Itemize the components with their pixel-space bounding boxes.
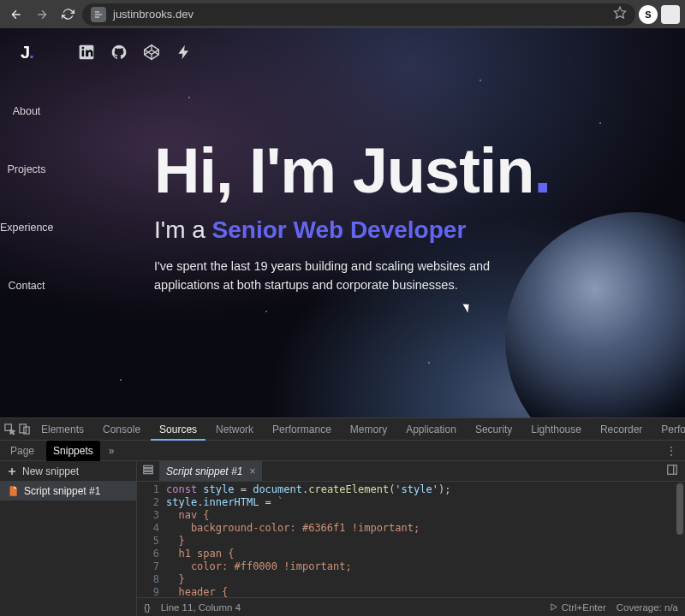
address-bar[interactable]: justinbrooks.dev	[82, 3, 635, 26]
braces-icon[interactable]: {}	[144, 602, 151, 613]
run-shortcut-label: Ctrl+Enter	[562, 602, 606, 613]
line-gutter: 12345678910111213	[137, 482, 166, 597]
svg-marker-0	[614, 7, 625, 18]
sources-subtabs: Page Snippets » ⋮	[0, 441, 685, 461]
tab-performance-insights[interactable]: Performance insights	[652, 418, 685, 441]
snippet-item-label: Script snippet #1	[24, 485, 100, 497]
snippet-file-icon	[7, 485, 19, 497]
devtools-body: New snippet Script snippet #1 Script sni…	[0, 461, 685, 616]
devtools-tabbar: Elements Console Sources Network Perform…	[0, 418, 685, 441]
forward-button[interactable]	[31, 3, 53, 26]
svg-marker-12	[551, 604, 556, 610]
logo-text: J	[21, 43, 29, 62]
url-text: justinbrooks.dev	[113, 8, 194, 21]
code-editor[interactable]: 12345678910111213 const style = document…	[137, 482, 685, 597]
tab-sources[interactable]: Sources	[151, 418, 206, 441]
tab-console[interactable]: Console	[94, 418, 149, 441]
tab-application[interactable]: Application	[397, 418, 465, 441]
tab-lighthouse[interactable]: Lighthouse	[522, 418, 590, 441]
hero-sub-pre: I'm a	[154, 216, 212, 243]
inspect-element-icon[interactable]	[3, 420, 16, 439]
toggle-panel-icon[interactable]	[659, 464, 685, 478]
tab-security[interactable]: Security	[467, 418, 521, 441]
site-logo[interactable]: J.	[21, 43, 33, 62]
svg-rect-9	[144, 469, 153, 471]
page-viewport: J. About Projects Experience Contact Hi,…	[0, 28, 685, 418]
device-toggle-icon[interactable]	[18, 420, 31, 439]
snippets-sidebar: New snippet Script snippet #1	[0, 461, 137, 616]
devtools: Elements Console Sources Network Perform…	[0, 418, 685, 616]
back-button[interactable]	[5, 3, 27, 26]
side-nav: About Projects Experience Contact	[0, 105, 53, 292]
mouse-cursor	[462, 301, 472, 312]
open-file-tab[interactable]: Script snippet #1 ×	[159, 461, 262, 482]
browser-toolbar: justinbrooks.dev S	[0, 0, 685, 28]
hero-sub-highlight: Senior Web Developer	[212, 216, 467, 243]
linkedin-icon[interactable]	[78, 44, 95, 61]
subtab-snippets[interactable]: Snippets	[46, 441, 100, 461]
hero-subtitle: I'm a Senior Web Developer	[154, 216, 616, 244]
subtab-page[interactable]: Page	[3, 441, 41, 461]
svg-rect-6	[20, 424, 27, 433]
social-links	[78, 44, 193, 61]
bolt-icon[interactable]	[176, 44, 193, 61]
extension-icon-1[interactable]: S	[639, 5, 658, 24]
hero-title-dot: .	[534, 135, 551, 206]
editor-main: Script snippet #1 × 12345678910111213 co…	[137, 461, 685, 616]
editor-statusbar: {} Line 11, Column 4 Ctrl+Enter Coverage…	[137, 597, 685, 616]
svg-rect-11	[668, 465, 677, 475]
sources-kebab-icon[interactable]: ⋮	[661, 445, 682, 457]
open-file-tabs: Script snippet #1 ×	[137, 461, 685, 482]
github-icon[interactable]	[110, 44, 128, 61]
tab-memory[interactable]: Memory	[342, 418, 396, 441]
svg-rect-8	[144, 465, 153, 467]
run-snippet-button[interactable]: Ctrl+Enter	[549, 602, 606, 613]
open-file-tab-label: Script snippet #1	[166, 465, 242, 477]
new-snippet-label: New snippet	[22, 465, 79, 477]
bookmark-star-icon[interactable]	[613, 6, 627, 22]
reload-button[interactable]	[57, 3, 79, 26]
cursor-position: Line 11, Column 4	[161, 602, 241, 613]
site-settings-icon[interactable]	[91, 7, 106, 22]
coverage-label: Coverage: n/a	[616, 602, 678, 613]
tab-network[interactable]: Network	[207, 418, 262, 441]
code-content[interactable]: const style = document.createElement('st…	[166, 482, 685, 597]
close-tab-icon[interactable]: ×	[249, 465, 255, 477]
snippet-item[interactable]: Script snippet #1	[0, 482, 136, 500]
nav-contact[interactable]: Contact	[0, 280, 53, 292]
hero-title: Hi, I'm Justin.	[154, 139, 616, 203]
svg-rect-10	[144, 471, 153, 473]
tab-elements[interactable]: Elements	[33, 418, 92, 441]
hero-title-text: Hi, I'm Justin	[154, 135, 534, 206]
logo-dot: .	[29, 43, 33, 62]
file-nav-icon[interactable]	[137, 464, 159, 478]
nav-experience[interactable]: Experience	[0, 222, 53, 234]
svg-rect-2	[81, 50, 84, 57]
nav-projects[interactable]: Projects	[0, 163, 53, 175]
hero-blurb: I've spent the last 19 years building an…	[154, 258, 531, 295]
svg-point-3	[81, 47, 84, 50]
more-subtabs-icon[interactable]: »	[105, 445, 118, 457]
extension-icon-2[interactable]	[661, 5, 680, 24]
nav-about[interactable]: About	[0, 105, 53, 117]
codepen-icon[interactable]	[143, 44, 160, 61]
scrollbar-thumb[interactable]	[676, 483, 683, 535]
tab-recorder[interactable]: Recorder	[592, 418, 651, 441]
new-snippet-button[interactable]: New snippet	[0, 461, 136, 482]
tab-performance-insights-label: Performance insights	[661, 424, 685, 435]
hero: Hi, I'm Justin. I'm a Senior Web Develop…	[154, 139, 616, 295]
site-header: J.	[0, 28, 685, 76]
tab-performance[interactable]: Performance	[264, 418, 340, 441]
